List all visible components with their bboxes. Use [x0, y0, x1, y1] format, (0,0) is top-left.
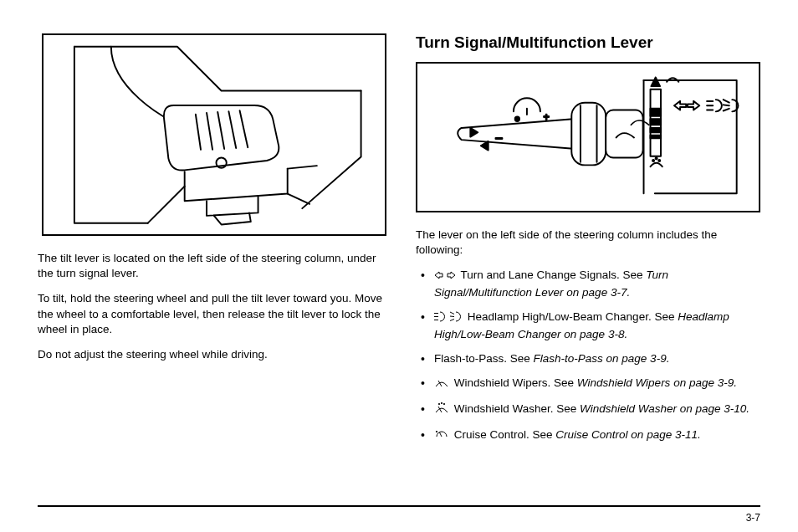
right-column: Turn Signal/Multifunction Lever — [416, 33, 760, 453]
page-number: 3-7 — [746, 512, 760, 524]
svg-marker-28 — [688, 100, 699, 110]
list-item: Flash-to-Pass. See Flash-to-Pass on page… — [416, 351, 760, 367]
item-text: Cruise Control. See — [454, 428, 556, 441]
svg-point-47 — [443, 403, 444, 404]
lever-feature-list: Turn and Lane Change Signals. See Turn S… — [416, 268, 760, 444]
tilt-para-2: To tilt, hold the steering wheel and pul… — [38, 291, 382, 337]
list-item: Windshield Washer. See Windshield Washer… — [416, 402, 760, 419]
item-ref: Flash-to-Pass on page 3-9. — [534, 352, 670, 365]
page-content: The tilt lever is located on the left si… — [38, 33, 760, 453]
washer-icon — [434, 402, 449, 419]
wiper-icon — [434, 377, 449, 393]
item-text: Windshield Wipers. See — [454, 376, 577, 389]
svg-line-41 — [450, 316, 454, 317]
svg-line-40 — [450, 312, 454, 315]
svg-line-33 — [724, 105, 729, 105]
item-text: Windshield Washer. See — [454, 402, 580, 415]
list-item: Headlamp High/Low-Beam Changer. See Head… — [416, 309, 760, 343]
svg-point-25 — [656, 157, 657, 159]
svg-text:–: – — [496, 130, 503, 143]
tilt-para-3: Do not adjust the steering wheel while d… — [38, 347, 382, 362]
turn-signal-icon — [434, 269, 456, 285]
svg-point-46 — [441, 402, 442, 403]
tilt-lever-figure — [42, 33, 386, 236]
item-text: Headlamp High/Low-Beam Changer. See — [468, 310, 678, 323]
tilt-para-1: The tilt lever is located on the left si… — [38, 251, 382, 281]
multifunction-lever-figure: + – — [416, 62, 760, 212]
cruise-control-icon — [434, 428, 449, 445]
svg-point-26 — [658, 159, 660, 161]
svg-line-32 — [724, 100, 729, 103]
svg-line-7 — [288, 193, 309, 203]
tilt-lever-illustration — [50, 39, 378, 230]
svg-marker-23 — [652, 77, 661, 86]
svg-rect-8 — [571, 102, 606, 165]
item-ref: Windshield Wipers on page 3-9. — [577, 376, 737, 389]
item-text: Flash-to-Pass. See — [434, 352, 534, 365]
item-text: Turn and Lane Change Signals. See — [461, 269, 647, 281]
svg-point-12 — [515, 116, 519, 120]
svg-rect-21 — [651, 127, 661, 131]
list-item: Turn and Lane Change Signals. See Turn S… — [416, 268, 760, 301]
svg-rect-20 — [651, 119, 661, 125]
svg-text:+: + — [544, 111, 550, 123]
svg-marker-35 — [435, 272, 442, 279]
svg-marker-27 — [674, 100, 686, 110]
list-item: Cruise Control. See Cruise Control on pa… — [416, 427, 760, 445]
left-column: The tilt lever is located on the left si… — [38, 33, 382, 453]
svg-rect-19 — [651, 108, 661, 115]
svg-marker-36 — [448, 272, 455, 279]
svg-rect-22 — [651, 135, 661, 138]
svg-line-48 — [440, 432, 442, 437]
svg-line-42 — [450, 320, 454, 321]
headlamp-beam-icon — [434, 311, 463, 327]
svg-line-34 — [724, 108, 729, 110]
section-heading: Turn Signal/Multifunction Lever — [416, 33, 760, 52]
footer-rule — [38, 505, 760, 507]
svg-point-49 — [436, 431, 437, 432]
svg-marker-17 — [481, 141, 489, 150]
svg-point-24 — [652, 159, 654, 161]
item-ref: Cruise Control on page 3-11. — [555, 428, 700, 441]
list-item: Windshield Wipers. See Windshield Wipers… — [416, 376, 760, 393]
multifunction-lever-illustration: + – — [424, 67, 752, 208]
item-ref: Windshield Washer on page 3-10. — [580, 402, 749, 415]
svg-line-6 — [288, 166, 317, 169]
lever-intro: The lever on the left side of the steeri… — [416, 228, 760, 258]
svg-point-45 — [438, 403, 439, 404]
